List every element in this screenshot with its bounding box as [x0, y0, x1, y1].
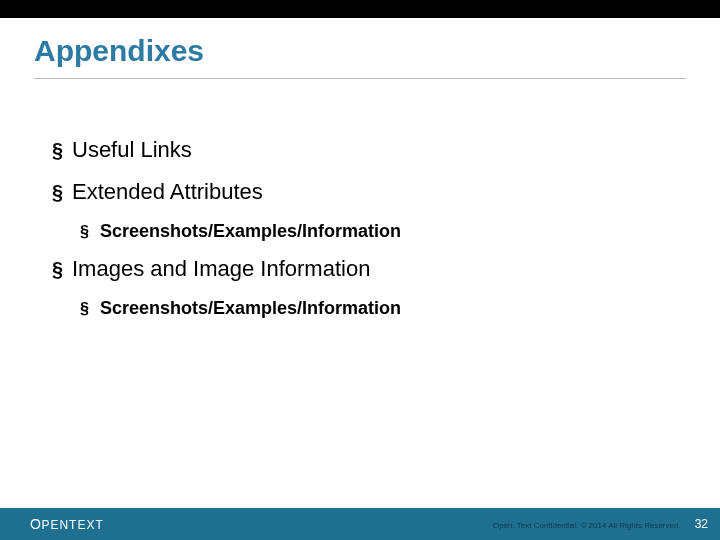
- logo-text: TEXT: [69, 518, 104, 532]
- subbullet-extended-attributes: § Screenshots/Examples/Information: [80, 221, 686, 242]
- slide: Appendixes § Useful Links § Extended Att…: [0, 0, 720, 540]
- bullet-extended-attributes: § Extended Attributes: [52, 179, 686, 205]
- confidential-text: Open. Text Confidential. © 2014 All Righ…: [493, 521, 681, 530]
- bullet-useful-links: § Useful Links: [52, 137, 686, 163]
- slide-title: Appendixes: [0, 18, 720, 68]
- bullet-icon: §: [52, 260, 62, 270]
- bullet-label: Images and Image Information: [72, 256, 370, 282]
- bullet-icon: §: [80, 300, 90, 310]
- page-number: 32: [695, 517, 708, 531]
- subbullet-label: Screenshots/Examples/Information: [100, 298, 401, 319]
- content-area: § Useful Links § Extended Attributes § S…: [0, 79, 720, 319]
- subbullet-images-info: § Screenshots/Examples/Information: [80, 298, 686, 319]
- logo-opentext: OPENTEXT: [30, 516, 104, 532]
- logo-pen: PEN: [41, 518, 69, 532]
- bullet-label: Extended Attributes: [72, 179, 263, 205]
- bullet-icon: §: [80, 223, 90, 233]
- bullet-icon: §: [52, 141, 62, 151]
- footer-bar: OPENTEXT Open. Text Confidential. © 2014…: [0, 508, 720, 540]
- subbullet-label: Screenshots/Examples/Information: [100, 221, 401, 242]
- bullet-label: Useful Links: [72, 137, 192, 163]
- bullet-images-info: § Images and Image Information: [52, 256, 686, 282]
- bullet-icon: §: [52, 183, 62, 193]
- logo-o: O: [30, 516, 41, 532]
- footer-right: Open. Text Confidential. © 2014 All Righ…: [493, 517, 708, 531]
